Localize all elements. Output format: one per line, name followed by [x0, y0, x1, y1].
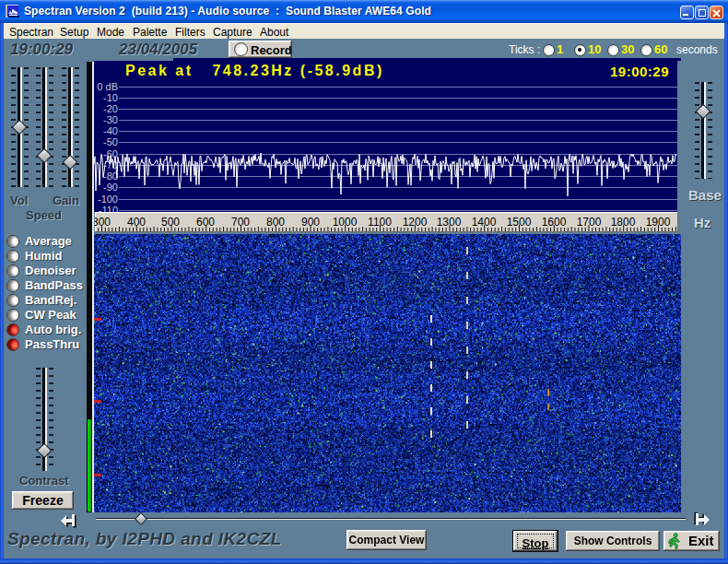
svg-text:500: 500	[161, 216, 180, 229]
svg-text:1400: 1400	[472, 216, 497, 229]
svg-text:1300: 1300	[437, 216, 462, 229]
svg-text:1000: 1000	[333, 216, 358, 229]
svg-text:300: 300	[95, 216, 111, 229]
svg-text:600: 600	[196, 216, 215, 229]
svg-text:1800: 1800	[611, 216, 636, 229]
